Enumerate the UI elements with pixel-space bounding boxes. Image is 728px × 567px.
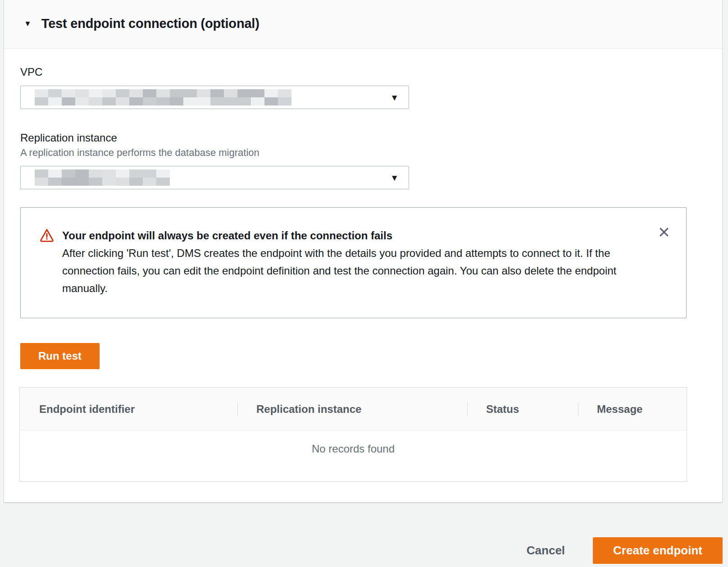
- section-header-test-endpoint-connection[interactable]: ▼ Test endpoint connection (optional): [4, 0, 722, 49]
- create-endpoint-button[interactable]: Create endpoint: [593, 537, 723, 564]
- test-results-table: Endpoint identifier Replication instance…: [19, 387, 687, 482]
- warning-alert: Your endpoint will always be created eve…: [20, 207, 687, 318]
- replication-instance-description: A replication instance performs the data…: [20, 147, 706, 159]
- alert-body: After clicking 'Run test', DMS creates t…: [62, 244, 648, 297]
- test-endpoint-connection-panel: ▼ Test endpoint connection (optional) VP…: [4, 0, 723, 503]
- warning-triangle-icon: [39, 228, 55, 297]
- run-test-button[interactable]: Run test: [20, 343, 100, 369]
- chevron-down-icon: ▼: [390, 93, 399, 102]
- replication-instance-select[interactable]: ▼: [20, 166, 409, 189]
- column-header-status: Status: [467, 388, 578, 430]
- wizard-footer: Cancel Create endpoint: [0, 503, 728, 564]
- section-body: VPC ▼ Replication instance A replication…: [4, 49, 722, 502]
- empty-state-text: No records found: [20, 430, 687, 481]
- section-title: Test endpoint connection (optional): [41, 16, 259, 31]
- alert-title: Your endpoint will always be created eve…: [62, 227, 648, 244]
- cancel-button[interactable]: Cancel: [527, 544, 565, 558]
- vpc-redacted-value: [35, 89, 291, 105]
- replication-instance-label: Replication instance: [20, 132, 706, 144]
- collapse-triangle-icon: ▼: [24, 20, 32, 27]
- column-header-endpoint-identifier: Endpoint identifier: [20, 388, 237, 430]
- table-header-row: Endpoint identifier Replication instance…: [20, 388, 687, 430]
- vpc-select[interactable]: ▼: [20, 86, 409, 109]
- close-icon[interactable]: [657, 226, 671, 239]
- alert-text-block: Your endpoint will always be created eve…: [62, 227, 648, 297]
- column-header-message: Message: [578, 388, 687, 430]
- chevron-down-icon: ▼: [390, 174, 399, 182]
- vpc-label: VPC: [20, 66, 706, 78]
- column-header-replication-instance: Replication instance: [237, 388, 467, 430]
- replication-instance-redacted-value: [35, 169, 170, 186]
